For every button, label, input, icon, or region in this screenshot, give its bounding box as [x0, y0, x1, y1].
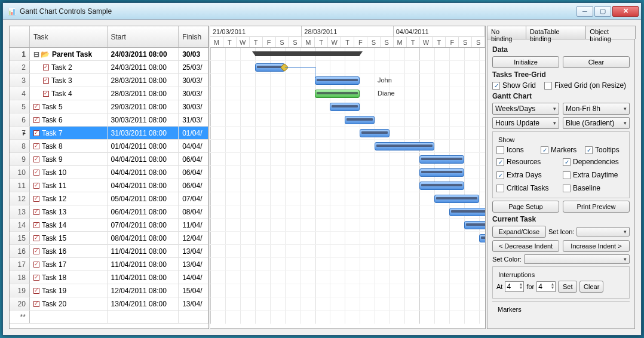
- start-cell[interactable]: 11/04/2011 08:00: [108, 258, 179, 271]
- task-name-cell[interactable]: Task 2: [30, 61, 108, 73]
- task-name-cell[interactable]: Task 14: [30, 219, 108, 231]
- table-row[interactable]: 20Task 2013/04/2011 08:0013/04/: [10, 297, 208, 311]
- finish-cell[interactable]: 07/04/: [179, 192, 208, 205]
- start-cell[interactable]: 11/04/2011 08:00: [108, 245, 179, 257]
- gantt-row[interactable]: [210, 166, 485, 179]
- start-cell[interactable]: 01/04/2011 08:00: [108, 140, 179, 152]
- task-name-cell[interactable]: Task 15: [30, 232, 108, 244]
- set-color-select[interactable]: [524, 254, 630, 264]
- interruption-set-button[interactable]: Set: [558, 281, 577, 293]
- extra-days-checkbox[interactable]: ✓: [496, 171, 504, 179]
- interruption-clear-button[interactable]: Clear: [579, 281, 603, 293]
- gantt-task-bar[interactable]: [315, 90, 360, 98]
- table-row[interactable]: 9Task 904/04/2011 08:0006/04/: [10, 153, 208, 166]
- start-cell[interactable]: 08/04/2011 08:00: [108, 232, 179, 244]
- gantt-task-bar[interactable]: [419, 182, 464, 190]
- table-row[interactable]: 14Task 1407/04/2011 08:0011/04/: [10, 219, 208, 232]
- finish-cell[interactable]: 06/04/: [179, 153, 208, 165]
- task-name-cell[interactable]: Task 8: [30, 140, 108, 152]
- table-row[interactable]: 19Task 1912/04/2011 08:0015/04/: [10, 284, 208, 297]
- increase-indent-button[interactable]: Increase Indent >: [563, 240, 630, 252]
- markers-checkbox[interactable]: ✓: [541, 146, 548, 154]
- gantt-task-bar[interactable]: [315, 76, 360, 85]
- initialize-button[interactable]: Initialize: [492, 56, 559, 68]
- start-cell[interactable]: 30/03/2011 08:00: [108, 113, 179, 126]
- task-name-cell[interactable]: Task 12: [30, 192, 108, 205]
- start-cell[interactable]: 04/04/2011 08:00: [108, 153, 179, 165]
- new-row[interactable]: *: [10, 311, 208, 324]
- gantt-row[interactable]: [210, 153, 485, 166]
- gantt-row[interactable]: [210, 48, 485, 61]
- tooltips-checkbox[interactable]: ✓: [585, 146, 593, 154]
- finish-cell[interactable]: 30/03/: [179, 74, 208, 87]
- table-row[interactable]: 15Task 1508/04/2011 08:0012/04/: [10, 232, 208, 245]
- minimize-button[interactable]: ─: [576, 6, 593, 17]
- task-name-cell[interactable]: Task 9: [30, 153, 108, 165]
- start-cell[interactable]: 12/04/2011 08:00: [108, 284, 179, 297]
- gantt-row[interactable]: John: [210, 74, 485, 87]
- table-row[interactable]: 8Task 801/04/2011 08:0004/04/: [10, 140, 208, 153]
- finish-cell[interactable]: 11/04/: [179, 219, 208, 231]
- gantt-summary-bar[interactable]: [255, 51, 360, 56]
- scale-select[interactable]: Weeks/Days: [492, 103, 559, 115]
- gantt-task-bar[interactable]: [434, 195, 479, 203]
- start-cell[interactable]: 24/03/2011 08:00: [108, 48, 179, 60]
- set-icon-select[interactable]: [576, 227, 630, 236]
- task-name-cell[interactable]: Task 5: [30, 100, 108, 113]
- table-row[interactable]: 2Task 224/03/2011 08:0025/03/: [10, 61, 208, 74]
- interruption-at-field[interactable]: 4▴▾: [505, 281, 524, 292]
- task-name-cell[interactable]: Task 3: [30, 74, 108, 87]
- start-cell[interactable]: 31/03/2011 08:00: [108, 127, 179, 139]
- print-preview-button[interactable]: Print Preview: [563, 201, 630, 213]
- col-header-finish[interactable]: Finish: [179, 26, 208, 47]
- tree-grid[interactable]: Task Start Finish 1⊟📂Parent Task24/03/20…: [9, 26, 209, 329]
- task-name-cell[interactable]: Task 7: [30, 127, 108, 139]
- gantt-row[interactable]: [210, 271, 485, 284]
- finish-cell[interactable]: 30/03: [179, 48, 208, 60]
- table-row[interactable]: 10Task 1004/04/2011 08:0006/04/: [10, 166, 208, 179]
- task-name-cell[interactable]: Task 13: [30, 205, 108, 218]
- close-button[interactable]: ✕: [612, 6, 639, 17]
- extra-daytime-checkbox[interactable]: [563, 171, 571, 179]
- finish-cell[interactable]: 04/04/: [179, 140, 208, 152]
- decrease-indent-button[interactable]: < Decrease Indent: [492, 240, 559, 252]
- start-cell[interactable]: 04/04/2011 08:00: [108, 166, 179, 179]
- task-name-cell[interactable]: Task 11: [30, 179, 108, 192]
- gantt-task-bar[interactable]: [360, 129, 390, 137]
- gantt-task-bar[interactable]: [449, 208, 486, 216]
- task-name-cell[interactable]: Task 19: [30, 284, 108, 297]
- start-cell[interactable]: 07/04/2011 08:00: [108, 219, 179, 231]
- finish-cell[interactable]: 13/04/: [179, 297, 208, 310]
- gantt-row[interactable]: [210, 219, 485, 232]
- gantt-row[interactable]: [210, 140, 485, 153]
- update-select[interactable]: Hours Update: [492, 117, 559, 129]
- gantt-row[interactable]: [210, 258, 485, 271]
- task-name-cell[interactable]: ⊟📂Parent Task: [30, 48, 108, 60]
- start-cell[interactable]: 24/03/2011 08:00: [108, 61, 179, 73]
- finish-cell[interactable]: 13/04/: [179, 258, 208, 271]
- table-row[interactable]: 17Task 1711/04/2011 08:0013/04/: [10, 258, 208, 271]
- resources-checkbox[interactable]: ✓: [496, 158, 504, 166]
- finish-cell[interactable]: 06/04/: [179, 179, 208, 192]
- task-name-cell[interactable]: Task 17: [30, 258, 108, 271]
- fixed-grid-checkbox[interactable]: [544, 82, 552, 90]
- finish-cell[interactable]: 01/04/: [179, 127, 208, 139]
- start-cell[interactable]: 11/04/2011 08:00: [108, 271, 179, 284]
- task-name-cell[interactable]: Task 18: [30, 271, 108, 284]
- baseline-checkbox[interactable]: [563, 185, 571, 192]
- gantt-row[interactable]: [210, 192, 485, 205]
- table-row[interactable]: 1⊟📂Parent Task24/03/2011 08:0030/03: [10, 48, 208, 61]
- tab-datatable-binding[interactable]: DataTable binding: [526, 26, 586, 39]
- finish-cell[interactable]: 13/04/: [179, 245, 208, 257]
- expand-close-button[interactable]: Expand/Close: [492, 226, 546, 238]
- start-cell[interactable]: 04/04/2011 08:00: [108, 179, 179, 192]
- gantt-row[interactable]: [210, 113, 485, 127]
- finish-cell[interactable]: 31/03/: [179, 113, 208, 126]
- gantt-task-bar[interactable]: [345, 116, 375, 124]
- icons-checkbox[interactable]: [496, 146, 504, 154]
- finish-cell[interactable]: 08/04/: [179, 205, 208, 218]
- gantt-chart[interactable]: 21/03/201128/03/201104/04/2011 MTWTFSSMT…: [210, 26, 486, 329]
- col-header-task[interactable]: Task: [30, 26, 108, 47]
- grid-body[interactable]: 1⊟📂Parent Task24/03/2011 08:0030/032Task…: [10, 48, 208, 328]
- dependencies-checkbox[interactable]: ✓: [563, 158, 571, 166]
